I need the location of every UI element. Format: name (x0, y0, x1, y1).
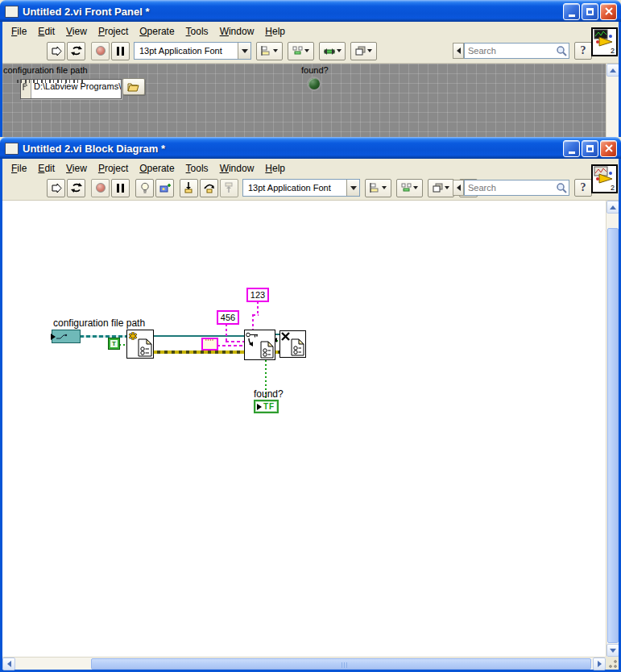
menu-help[interactable]: Help (259, 161, 291, 176)
menu-tools[interactable]: Tools (180, 24, 214, 39)
menu-help[interactable]: Help (259, 24, 291, 39)
font-selector-arrow[interactable] (346, 180, 359, 196)
run-button[interactable] (47, 179, 65, 197)
run-button[interactable] (47, 42, 65, 60)
front-panel-title: Untitled 2.vi Front Panel * (23, 6, 559, 18)
block-diagram-vertical-scrollbar[interactable] (606, 201, 619, 657)
step-into-button[interactable] (180, 179, 198, 197)
search-scope-button[interactable] (453, 43, 464, 59)
font-selector-arrow[interactable] (238, 43, 250, 59)
scroll-down-button[interactable] (607, 644, 619, 657)
help-button[interactable]: ? (574, 179, 592, 197)
menu-project[interactable]: Project (93, 24, 134, 39)
maximize-icon (586, 8, 594, 15)
scroll-up-button[interactable] (607, 64, 619, 77)
search-input[interactable] (464, 43, 569, 59)
front-panel-vertical-scrollbar[interactable] (606, 64, 619, 137)
search-cluster: ? (453, 179, 592, 197)
lightbulb-icon (139, 182, 151, 193)
tf-glyph: TF (263, 402, 275, 411)
close-config-data-node[interactable] (279, 330, 306, 358)
front-panel-titlebar[interactable]: Untitled 2.vi Front Panel * (0, 0, 621, 22)
scroll-left-button[interactable] (2, 657, 15, 670)
config-file-icon (138, 338, 152, 357)
menu-operate[interactable]: Operate (134, 161, 180, 176)
menu-project[interactable]: Project (93, 161, 134, 176)
menu-view[interactable]: View (60, 161, 93, 176)
maximize-button[interactable] (582, 140, 598, 157)
step-over-button[interactable] (200, 179, 218, 197)
reorder-dropdown[interactable] (350, 42, 377, 60)
block-diagram-horizontal-scrollbar[interactable] (2, 657, 606, 670)
abort-button[interactable] (91, 179, 110, 197)
search-input[interactable] (464, 180, 569, 196)
menu-file[interactable]: File (6, 161, 32, 176)
string-constant-123[interactable]: 123 (246, 288, 269, 302)
labview-logo-graphic (593, 29, 616, 47)
scroll-thumb-grip (342, 662, 349, 668)
menu-window[interactable]: Window (214, 24, 260, 39)
window-resize-grip[interactable] (606, 657, 619, 670)
distribute-objects-dropdown[interactable] (396, 179, 423, 197)
abort-icon (96, 46, 106, 56)
menu-operate[interactable]: Operate (134, 24, 180, 39)
menu-edit[interactable]: Edit (32, 24, 60, 39)
pause-icon (117, 47, 124, 56)
block-diagram-body: File Edit View Project Operate Tools Win… (0, 159, 621, 672)
retain-wire-values-button[interactable] (155, 179, 174, 197)
open-config-data-node[interactable] (126, 330, 154, 359)
scroll-up-button[interactable] (607, 201, 619, 214)
menu-window[interactable]: Window (214, 161, 260, 176)
abort-button[interactable] (91, 42, 110, 60)
vertical-scroll-thumb[interactable] (607, 228, 619, 643)
menu-view[interactable]: View (60, 24, 93, 39)
labview-vi-icon (5, 143, 19, 155)
reorder-icon (433, 183, 443, 193)
align-objects-dropdown[interactable] (365, 179, 391, 197)
highlight-execution-button[interactable] (135, 179, 154, 197)
menu-edit[interactable]: Edit (32, 161, 60, 176)
minimize-button[interactable] (563, 3, 580, 20)
pause-button[interactable] (111, 42, 130, 60)
horizontal-scroll-thumb[interactable] (91, 658, 591, 670)
front-panel-canvas[interactable]: configuration file path D:\Labview Progr… (2, 64, 619, 137)
menu-file[interactable]: File (6, 24, 32, 39)
block-diagram-titlebar[interactable]: Untitled 2.vi Block Diagram * (0, 137, 621, 159)
close-button[interactable] (600, 140, 617, 157)
browse-button[interactable] (122, 78, 145, 95)
block-diagram-canvas[interactable]: configuration file path (2, 201, 606, 657)
wire-string-123-v2 (252, 314, 254, 330)
logo-badge: 2 (611, 47, 615, 55)
terminal-arrow-icon (257, 404, 262, 410)
empty-string-constant[interactable]: '''' (201, 338, 218, 351)
found-boolean-terminal[interactable]: TF (254, 400, 279, 413)
read-key-node[interactable] (244, 330, 275, 360)
close-button[interactable] (600, 3, 617, 20)
help-button[interactable]: ? (574, 42, 592, 60)
resize-objects-dropdown[interactable] (319, 42, 346, 60)
run-continuously-button[interactable] (67, 42, 85, 60)
reorder-icon (355, 46, 366, 56)
font-selector-value: 13pt Application Font (135, 43, 238, 59)
block-diagram-title: Untitled 2.vi Block Diagram * (23, 143, 559, 155)
wire-string-empty (217, 345, 245, 346)
string-constant-456[interactable]: 456 (217, 310, 239, 325)
labview-vi-icon (5, 6, 19, 18)
menu-tools[interactable]: Tools (180, 161, 214, 176)
align-objects-dropdown[interactable] (256, 42, 283, 60)
scroll-right-button[interactable] (593, 657, 606, 670)
front-panel-body: File Edit View Project Operate Tools Win… (0, 22, 621, 137)
maximize-button[interactable] (582, 3, 598, 20)
pause-button[interactable] (111, 179, 130, 197)
minimize-button[interactable] (563, 140, 580, 157)
true-constant[interactable]: T (108, 338, 120, 350)
down-arrow-icon (246, 338, 255, 348)
reorder-dropdown[interactable] (428, 179, 454, 197)
search-scope-button[interactable] (453, 180, 464, 196)
path-control-terminal[interactable] (52, 330, 81, 343)
step-out-button[interactable] (220, 179, 238, 197)
font-selector[interactable]: 13pt Application Font (134, 42, 251, 60)
distribute-objects-dropdown[interactable] (288, 42, 314, 60)
font-selector[interactable]: 13pt Application Font (242, 179, 360, 197)
run-continuously-button[interactable] (67, 179, 85, 197)
